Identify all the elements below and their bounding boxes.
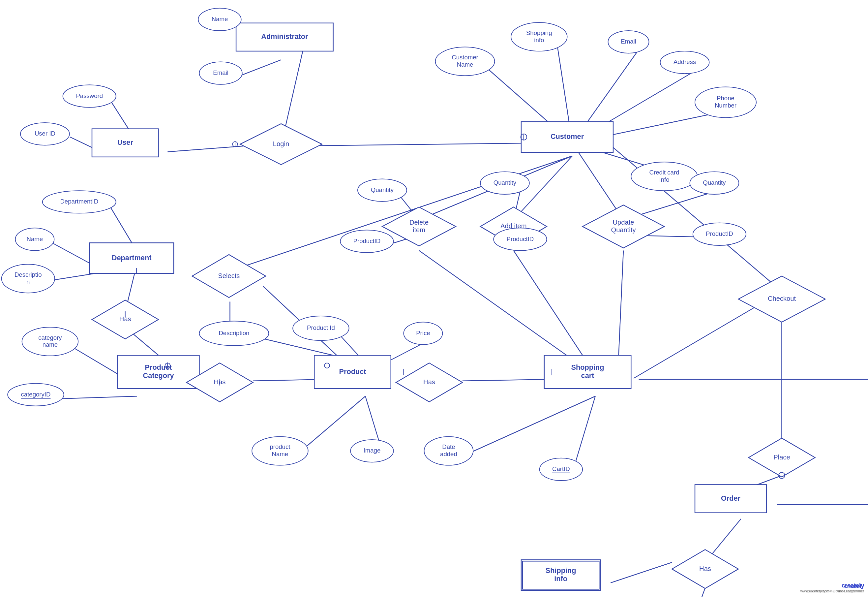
er-diagram-canvas (0, 0, 868, 597)
